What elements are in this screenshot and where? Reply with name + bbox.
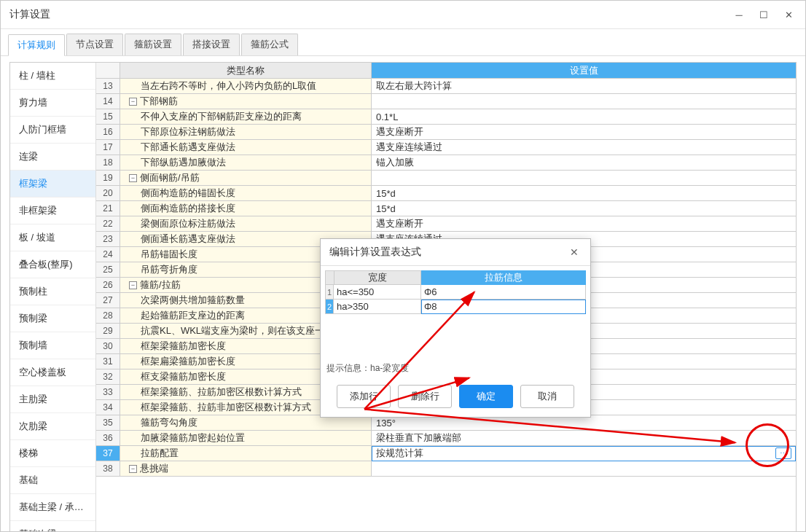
sidebar[interactable]: 柱 / 墙柱剪力墙人防门框墙连梁框架梁非框架梁板 / 坡道叠合板(整厚)预制柱预…: [10, 63, 96, 532]
row-name-text: 侧面通长筋遇支座做法: [141, 232, 235, 246]
row-value-text: 15*d: [376, 203, 396, 214]
sidebar-item-17[interactable]: 基础次梁: [10, 521, 95, 532]
row-num: 28: [96, 308, 120, 324]
grid-row-16[interactable]: 16下部原位标注钢筋做法遇支座断开: [96, 125, 796, 140]
sidebar-item-4[interactable]: 框架梁: [10, 171, 95, 197]
row-value[interactable]: 遇支座断开: [372, 216, 796, 232]
sidebar-item-11[interactable]: 空心楼盖板: [10, 359, 95, 386]
dlg-row-2[interactable]: 2ha>350Φ8: [325, 300, 586, 314]
dialog-close-icon[interactable]: ✕: [567, 245, 582, 259]
sidebar-item-10[interactable]: 预制墙: [10, 332, 95, 359]
sidebar-item-1[interactable]: 剪力墙: [10, 90, 95, 117]
grid-row-35[interactable]: 35箍筋弯勾角度135°: [96, 415, 796, 431]
tab-4[interactable]: 箍筋公式: [241, 34, 298, 55]
row-name: 箍筋弯勾角度: [120, 415, 372, 431]
dlg-header-idx: [325, 270, 334, 285]
close-icon[interactable]: ✕: [780, 7, 797, 23]
sidebar-item-13[interactable]: 次肋梁: [10, 413, 95, 440]
row-num: 16: [96, 125, 120, 140]
row-name-text: 当左右跨不等时，伸入小跨内负筋的L取值: [141, 79, 316, 93]
delete-row-button[interactable]: 删除行: [398, 385, 452, 408]
row-value[interactable]: 遇支座断开: [372, 125, 796, 140]
grid-row-17[interactable]: 17下部通长筋遇支座做法遇支座连续通过: [96, 140, 796, 155]
tree-toggle-icon[interactable]: −: [129, 281, 137, 289]
tree-toggle-icon[interactable]: −: [129, 98, 137, 106]
sidebar-item-8[interactable]: 预制柱: [10, 278, 95, 305]
row-value[interactable]: 锚入加腋: [372, 155, 796, 171]
row-value[interactable]: 取左右最大跨计算: [372, 79, 796, 94]
sidebar-item-9[interactable]: 预制梁: [10, 305, 95, 332]
row-name-text: 箍筋/拉筋: [140, 278, 181, 292]
tab-1[interactable]: 节点设置: [66, 34, 123, 55]
grid-row-15[interactable]: 15不伸入支座的下部钢筋距支座边的距离0.1*L: [96, 109, 796, 125]
row-value[interactable]: 0.1*L: [372, 109, 796, 125]
row-name: 下部通长筋遇支座做法: [120, 140, 372, 155]
edit-expression-button[interactable]: ⋯: [775, 447, 791, 459]
sidebar-item-0[interactable]: 柱 / 墙柱: [10, 63, 95, 90]
grid-row-38[interactable]: 38−悬挑端: [96, 461, 796, 477]
row-num: 18: [96, 155, 120, 171]
tab-3[interactable]: 搭接设置: [183, 34, 240, 55]
row-name: 加腋梁箍筋加密起始位置: [120, 431, 372, 446]
row-value-text: 遇支座连续通过: [376, 141, 442, 154]
row-value-text: 0.1*L: [376, 112, 398, 122]
row-value[interactable]: 15*d: [372, 201, 796, 216]
row-name: 侧面构造筋的搭接长度: [120, 201, 372, 216]
dlg-row-width[interactable]: ha>350: [334, 300, 421, 314]
row-value[interactable]: 按规范计算⋯: [372, 446, 796, 461]
row-num: 26: [96, 278, 120, 293]
row-num: 35: [96, 415, 120, 431]
dlg-row-info[interactable]: Φ6: [421, 285, 586, 300]
grid-row-20[interactable]: 20侧面构造筋的锚固长度15*d: [96, 186, 796, 201]
grid-row-21[interactable]: 21侧面构造筋的搭接长度15*d: [96, 201, 796, 216]
sidebar-item-2[interactable]: 人防门框墙: [10, 117, 95, 144]
sidebar-item-6[interactable]: 板 / 坡道: [10, 224, 95, 251]
grid-row-22[interactable]: 22梁侧面原位标注筋做法遇支座断开: [96, 216, 796, 232]
sidebar-item-14[interactable]: 楼梯: [10, 440, 95, 467]
sidebar-item-7[interactable]: 叠合板(整厚): [10, 251, 95, 278]
row-name: −下部钢筋: [120, 94, 372, 109]
sidebar-item-16[interactable]: 基础主梁 / 承…: [10, 494, 95, 521]
row-value[interactable]: 梁柱垂直下加腋端部: [372, 431, 796, 446]
dlg-row-idx: 1: [325, 285, 334, 300]
row-value[interactable]: [372, 171, 796, 186]
row-name-text: 框架扁梁箍筋加密长度: [141, 355, 235, 368]
dlg-row-1[interactable]: 1ha<=350Φ6: [325, 285, 586, 300]
row-num: 13: [96, 79, 120, 94]
minimize-icon[interactable]: ─: [731, 7, 747, 23]
sidebar-item-3[interactable]: 连梁: [10, 144, 95, 171]
dlg-row-info[interactable]: Φ8: [421, 300, 586, 314]
grid-row-36[interactable]: 36加腋梁箍筋加密起始位置梁柱垂直下加腋端部: [96, 431, 796, 446]
dlg-row-width[interactable]: ha<=350: [334, 285, 421, 300]
row-name-text: 框架梁箍筋、拉筋非加密区根数计算方式: [141, 401, 311, 414]
row-value[interactable]: 15*d: [372, 186, 796, 201]
tree-toggle-icon[interactable]: −: [129, 465, 137, 473]
row-num: 33: [96, 385, 120, 400]
row-name-text: 悬挑端: [140, 462, 168, 475]
row-value-text: 135°: [376, 418, 396, 429]
grid-row-18[interactable]: 18下部纵筋遇加腋做法锚入加腋: [96, 155, 796, 171]
row-name-text: 吊筋锚固长度: [141, 248, 197, 261]
row-value[interactable]: 遇支座连续通过: [372, 140, 796, 155]
sidebar-item-12[interactable]: 主肋梁: [10, 386, 95, 413]
row-name-text: 侧面钢筋/吊筋: [140, 171, 200, 184]
tab-0[interactable]: 计算规则: [8, 34, 65, 56]
sidebar-item-15[interactable]: 基础: [10, 467, 95, 494]
tab-2[interactable]: 箍筋设置: [125, 34, 181, 55]
row-num: 29: [96, 324, 120, 339]
ok-button[interactable]: 确定: [459, 385, 513, 408]
row-value[interactable]: [372, 94, 796, 109]
sidebar-item-5[interactable]: 非框架梁: [10, 197, 95, 224]
grid-row-19[interactable]: 19−侧面钢筋/吊筋: [96, 171, 796, 186]
grid-row-37[interactable]: 37拉筋配置按规范计算⋯: [96, 446, 796, 461]
row-value[interactable]: [372, 461, 796, 477]
grid-row-13[interactable]: 13当左右跨不等时，伸入小跨内负筋的L取值取左右最大跨计算: [96, 79, 796, 94]
cancel-button[interactable]: 取消: [520, 385, 574, 408]
row-name-text: 不伸入支座的下部钢筋距支座边的距离: [141, 110, 302, 123]
row-value[interactable]: 135°: [372, 415, 796, 431]
tree-toggle-icon[interactable]: −: [129, 174, 137, 182]
grid-row-14[interactable]: 14−下部钢筋: [96, 94, 796, 109]
maximize-icon[interactable]: ☐: [756, 7, 772, 23]
row-value-text: 取左右最大跨计算: [376, 79, 452, 93]
add-row-button[interactable]: 添加行: [337, 385, 391, 408]
